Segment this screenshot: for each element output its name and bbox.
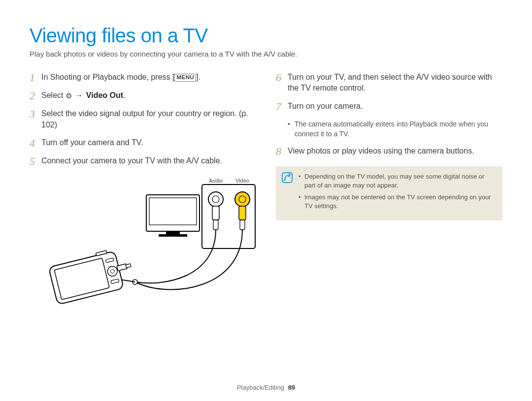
step-1-post: ].	[196, 73, 200, 81]
step-number: 4	[30, 137, 41, 149]
svg-rect-10	[213, 220, 218, 230]
video-out-label: Video Out	[86, 91, 123, 99]
step-2-post: .	[123, 91, 125, 99]
camera-connector-icon	[117, 263, 132, 271]
step-text: Turn on your TV, and then select the A/V…	[288, 72, 502, 94]
step-8: 8 View photos or play videos using the c…	[276, 146, 502, 157]
gear-icon: ⚙	[66, 91, 72, 101]
step-7-sublist: The camera automatically enters into Pla…	[288, 119, 502, 139]
step-text: Connect your camera to your TV with the …	[41, 155, 222, 167]
svg-rect-12	[240, 220, 245, 230]
footer-page-number: 89	[288, 384, 295, 391]
step-number: 1	[30, 72, 41, 83]
step-text: In Shooting or Playback mode, press [MEN…	[41, 72, 200, 83]
step-number: 8	[276, 146, 288, 157]
step-2-pre: Select	[41, 91, 66, 99]
footer-section: Playback/Editing	[237, 384, 284, 391]
step-3: 3 Select the video signal output for you…	[30, 108, 256, 130]
step-4: 4 Turn off your camera and TV.	[30, 137, 256, 149]
svg-rect-2	[166, 231, 180, 234]
page-footer: Playback/Editing 89	[0, 384, 532, 391]
note-box: Depending on the TV model, you may see s…	[276, 166, 502, 221]
step-6: 6 Turn on your TV, and then select the A…	[276, 72, 502, 94]
svg-rect-9	[212, 206, 219, 220]
connection-diagram: Audio Video	[41, 174, 258, 316]
page-title: Viewing files on a TV	[30, 25, 502, 47]
step-text: Turn on your camera.	[288, 101, 363, 112]
step-text: Select the video signal output for your …	[41, 108, 256, 130]
page-intro: Play back photos or videos by connecting…	[30, 50, 502, 58]
right-column: 6 Turn on your TV, and then select the A…	[276, 72, 502, 316]
av-panel-icon: Audio Video	[202, 178, 255, 248]
note-item-2: Images may not be centered on the TV scr…	[299, 193, 496, 211]
svg-point-6	[212, 196, 219, 203]
step-1: 1 In Shooting or Playback mode, press [M…	[30, 72, 256, 83]
step-1-pre: In Shooting or Playback mode, press [	[41, 73, 174, 81]
step-7: 7 Turn on your camera.	[276, 101, 502, 112]
svg-rect-1	[149, 198, 197, 225]
svg-point-8	[239, 196, 246, 203]
arrow-icon: →	[74, 91, 84, 99]
note-list: Depending on the TV model, you may see s…	[299, 172, 496, 214]
step-text: View photos or play videos using the cam…	[288, 146, 474, 157]
step-number: 2	[30, 90, 41, 101]
svg-rect-11	[239, 206, 246, 220]
step-number: 3	[30, 108, 41, 130]
tv-icon	[146, 195, 200, 237]
audio-label: Audio	[209, 178, 223, 184]
step-7-sub-1: The camera automatically enters into Pla…	[288, 119, 502, 139]
step-number: 7	[276, 101, 288, 112]
step-number: 6	[276, 72, 288, 94]
step-number: 5	[30, 155, 41, 167]
note-item-1: Depending on the TV model, you may see s…	[299, 172, 496, 190]
step-2: 2 Select ⚙ → Video Out.	[30, 90, 256, 101]
svg-rect-3	[159, 234, 187, 237]
step-text: Select ⚙ → Video Out.	[41, 90, 126, 101]
step-text: Turn off your camera and TV.	[41, 137, 143, 149]
camera-icon	[48, 248, 124, 305]
note-info-icon	[282, 172, 293, 183]
menu-button-label: MENU	[174, 74, 196, 82]
left-column: 1 In Shooting or Playback mode, press [M…	[30, 72, 256, 316]
step-5: 5 Connect your camera to your TV with th…	[30, 155, 256, 167]
video-label: Video	[235, 178, 249, 184]
